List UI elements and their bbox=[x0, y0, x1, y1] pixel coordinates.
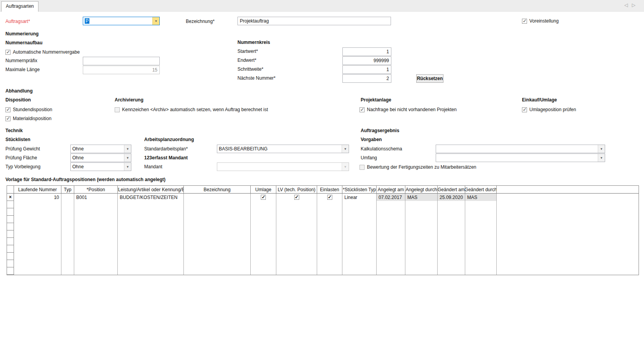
stundendisposition-label: Stundendisposition bbox=[13, 107, 52, 112]
cell-lv-checkbox[interactable] bbox=[276, 194, 317, 201]
checkbox-checked-icon bbox=[5, 50, 10, 55]
empty-row-selector bbox=[7, 216, 14, 223]
cell-bezeichnung[interactable] bbox=[184, 194, 250, 201]
mandant-section-title: 123erfasst Mandant bbox=[144, 155, 188, 161]
cell-stuecklisten-typ[interactable]: Linear bbox=[342, 194, 376, 201]
materialdisposition-checkbox[interactable]: Materialdisposition bbox=[5, 116, 51, 121]
nav-right-icon[interactable]: ▷ bbox=[632, 2, 639, 8]
umlageposition-label: Umlageposition prüfen bbox=[529, 107, 576, 112]
tab-auftragsarten[interactable]: Auftragsarten bbox=[1, 1, 38, 12]
endwert-label: Endwert* bbox=[237, 58, 257, 63]
nummerierung-title: Nummerierung bbox=[5, 31, 38, 37]
col-typ bbox=[61, 194, 74, 275]
pruefung-gewicht-combobox[interactable]: Ohne ▼ bbox=[70, 145, 131, 153]
header-laufende-nummer[interactable]: Laufende Nummer bbox=[14, 186, 61, 193]
standardarbeitsplan-combobox[interactable]: BASIS-BEARBEITUNG ▼ bbox=[217, 145, 349, 153]
cell-angelegt-am: 07.02.2017 bbox=[377, 194, 405, 201]
col-geaendert-am: 25.09.2020 bbox=[438, 194, 465, 275]
col-lv bbox=[276, 194, 317, 275]
typ-vorbelegung-label: Typ Vorbelegung bbox=[5, 164, 40, 169]
col-filler bbox=[497, 194, 639, 275]
chevron-down-icon[interactable]: ▼ bbox=[598, 154, 605, 162]
schrittweite-input[interactable] bbox=[342, 65, 391, 74]
header-stuecklisten-typ[interactable]: *Stücklisten Typ bbox=[342, 186, 377, 193]
voreinstellung-label: Voreinstellung bbox=[529, 18, 558, 24]
typ-vorbelegung-combobox[interactable]: Ohne ▼ bbox=[70, 162, 131, 171]
auftragsart-combobox[interactable]: P ▼ bbox=[83, 17, 160, 25]
archiv-kennzeichen-checkbox[interactable]: Kennzeichen <Archiv> automatisch setzen,… bbox=[115, 107, 268, 112]
cell-geaendert-am: 25.09.2020 bbox=[438, 194, 465, 201]
umfang-combobox[interactable]: ▼ bbox=[436, 154, 605, 162]
cell-angelegt-durch: MAS bbox=[405, 194, 437, 201]
header-position[interactable]: *Position bbox=[74, 186, 118, 193]
header-lv[interactable]: LV (tech. Position) bbox=[276, 186, 317, 193]
pruefung-flaeche-combobox[interactable]: Ohne ▼ bbox=[70, 154, 131, 162]
col-angelegt-am: 07.02.2017 bbox=[377, 194, 405, 275]
projektanlage-title: Projektanlage bbox=[361, 97, 391, 103]
stuecklisten-title: Stücklisten bbox=[5, 137, 30, 142]
cell-leistung[interactable]: BUDGET/KOSTEN/ZEITEN bbox=[118, 194, 183, 201]
header-typ[interactable]: Typ bbox=[61, 186, 74, 193]
bezeichnung-input[interactable] bbox=[237, 17, 391, 25]
auto-nummernvergabe-checkbox[interactable]: Automatische Nummernvergabe bbox=[5, 49, 80, 55]
cell-typ[interactable] bbox=[61, 194, 74, 201]
umlageposition-checkbox[interactable]: Umlageposition prüfen bbox=[522, 107, 576, 112]
voreinstellung-checkbox[interactable]: Voreinstellung bbox=[522, 18, 558, 24]
col-angelegt-durch: MAS bbox=[405, 194, 438, 275]
standardarbeitsplan-value: BASIS-BEARBEITUNG bbox=[217, 145, 342, 153]
naechste-nummer-input[interactable] bbox=[342, 74, 391, 83]
stundendisposition-checkbox[interactable]: Stundendisposition bbox=[5, 107, 52, 112]
header-geaendert-durch[interactable]: Geändert durch bbox=[465, 186, 497, 193]
startwert-label: Startwert* bbox=[237, 49, 258, 54]
typ-vorbelegung-value: Ohne bbox=[71, 163, 124, 171]
chevron-down-icon[interactable]: ▼ bbox=[342, 145, 349, 153]
vorgaben-title: Vorgaben bbox=[361, 137, 382, 142]
kalkulationsschema-combobox[interactable]: ▼ bbox=[436, 145, 605, 153]
header-angelegt-durch[interactable]: Angelegt durch bbox=[405, 186, 438, 193]
empty-row-selector bbox=[7, 238, 14, 245]
cell-einlasten-checkbox[interactable] bbox=[317, 194, 342, 201]
cell-umlage-checkbox[interactable] bbox=[251, 194, 276, 201]
nummernaufbau-title: Nummernaufbau bbox=[5, 40, 42, 45]
header-umlage[interactable]: Umlage bbox=[251, 186, 276, 193]
maximale-laenge-label: Maximale Länge bbox=[5, 67, 40, 72]
header-angelegt-am[interactable]: Angelegt am bbox=[377, 186, 405, 193]
col-geaendert-durch: MAS bbox=[465, 194, 497, 275]
auftragsarten-window: Auftragsarten ◁▷ Auftragsart* P ▼ Bezeic… bbox=[0, 0, 644, 349]
header-geaendert-am[interactable]: Geändert am bbox=[438, 186, 465, 193]
header-bezeichnung[interactable]: Bezeichnung bbox=[184, 186, 251, 193]
technik-title: Technik bbox=[5, 128, 23, 133]
checkbox-checked-icon bbox=[294, 195, 299, 200]
header-einlasten[interactable]: Einlasten bbox=[317, 186, 342, 193]
nav-left-icon[interactable]: ◁ bbox=[625, 2, 632, 8]
cell-position[interactable]: B001 bbox=[74, 194, 117, 201]
nachfrage-projekte-checkbox[interactable]: Nachfrage bei nicht vorhandenen Projekte… bbox=[360, 107, 457, 112]
chevron-down-icon[interactable]: ▼ bbox=[124, 163, 131, 171]
chevron-down-icon[interactable]: ▼ bbox=[124, 154, 131, 162]
nummernpraefix-input[interactable] bbox=[83, 57, 160, 65]
empty-row-selector bbox=[7, 230, 14, 238]
umfang-label: Umfang bbox=[361, 155, 377, 161]
header-leistung[interactable]: *Leistung/Artikel oder Kennung/E bbox=[118, 186, 184, 193]
pruefung-gewicht-value: Ohne bbox=[71, 145, 124, 153]
chevron-down-icon[interactable]: ▼ bbox=[598, 145, 605, 153]
auto-nummernvergabe-label: Automatische Nummernvergabe bbox=[13, 49, 80, 55]
ruecksetzen-button[interactable]: Rücksetzen bbox=[416, 74, 443, 83]
checkbox-checked-icon bbox=[5, 107, 10, 112]
chevron-down-icon[interactable]: ▼ bbox=[152, 17, 159, 25]
empty-row-selector bbox=[7, 223, 14, 230]
chevron-down-icon[interactable]: ▼ bbox=[124, 145, 131, 153]
checkbox-checked-icon bbox=[261, 195, 266, 200]
checkbox-unchecked-icon bbox=[115, 107, 120, 112]
umfang-value bbox=[436, 154, 598, 162]
cell-laufende-nummer[interactable]: 10 bbox=[14, 194, 61, 201]
startwert-input[interactable] bbox=[342, 47, 391, 56]
bewertung-checkbox[interactable]: Bewertung der Fertigungszeiten zu Mitarb… bbox=[360, 164, 476, 170]
current-row-marker[interactable]: × bbox=[7, 194, 14, 201]
col-leistung: BUDGET/KOSTEN/ZEITEN bbox=[118, 194, 184, 275]
checkbox-unchecked-icon bbox=[360, 165, 365, 170]
disposition-title: Disposition bbox=[5, 97, 31, 103]
endwert-input[interactable] bbox=[342, 56, 391, 65]
chevron-down-icon: ▼ bbox=[342, 163, 349, 171]
pruefung-gewicht-label: Prüfung Gewicht bbox=[5, 146, 40, 152]
